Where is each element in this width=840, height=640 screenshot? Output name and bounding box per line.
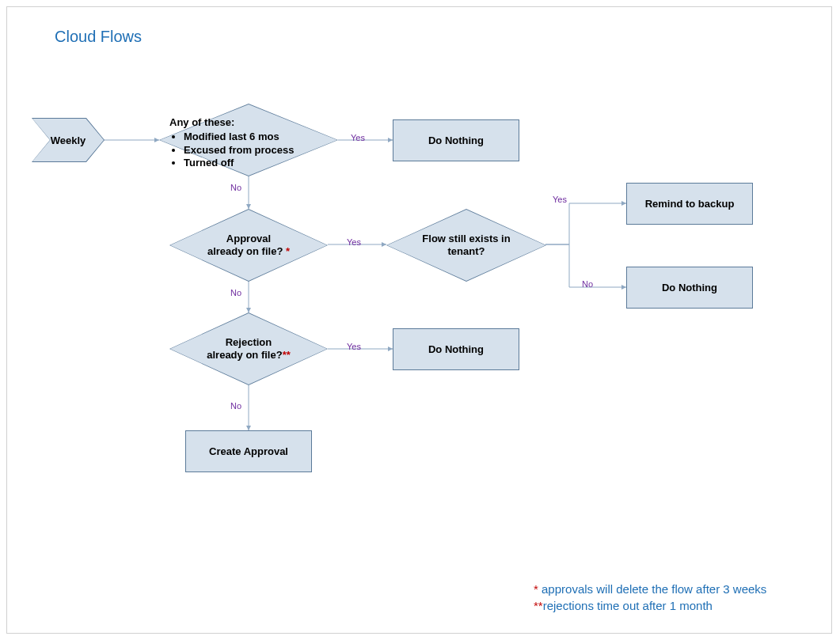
connectors: [7, 7, 840, 640]
r2-label: Remind to backup: [645, 198, 735, 210]
footnote-1: * approvals will delete the flow after 3…: [534, 582, 766, 596]
footnote-1-star: *: [534, 582, 542, 596]
diagram-title: Cloud Flows: [55, 28, 142, 46]
decision-approval-on-file: Approval already on file? *: [169, 209, 328, 282]
process-remind-backup: Remind to backup: [626, 183, 753, 225]
edge-d2-no: No: [230, 288, 241, 297]
start-label: Weekly: [51, 134, 86, 146]
edge-d1-no: No: [230, 183, 241, 192]
footnote-2: **rejections time out after 1 month: [534, 599, 713, 612]
footnote-2-text: rejections time out after 1 month: [543, 599, 713, 612]
edge-d3-yes: Yes: [553, 195, 567, 204]
r4-label: Do Nothing: [428, 343, 484, 355]
edge-d1-yes: Yes: [351, 133, 365, 142]
d1-bullet-1: Excused from process: [184, 144, 344, 157]
process-create-approval: Create Approval: [185, 430, 312, 472]
footnote-2-star: **: [534, 599, 543, 612]
start-node: Weekly: [32, 118, 105, 162]
d1-bullet-2: Turned off: [184, 157, 344, 169]
edge-d3-no: No: [582, 279, 593, 289]
decision-flow-exists: Flow still exists in tenant?: [386, 209, 546, 282]
decision-any-of-these-text: Any of these: Modified last 6 mos Excuse…: [169, 116, 344, 169]
process-do-nothing-3: Do Nothing: [393, 328, 519, 370]
edge-d2-yes: Yes: [347, 237, 361, 247]
d1-heading: Any of these:: [169, 116, 234, 128]
r3-label: Do Nothing: [662, 282, 717, 293]
d1-bullet-0: Modified last 6 mos: [184, 131, 344, 143]
diagram-frame: Cloud Flows Weekly: [6, 6, 832, 634]
footnote-1-text: approvals will delete the flow after 3 w…: [542, 582, 766, 596]
r5-label: Create Approval: [209, 445, 288, 457]
edge-d4-no: No: [230, 401, 241, 411]
process-do-nothing-1: Do Nothing: [393, 119, 519, 161]
decision-rejection-on-file: Rejection already on file?**: [169, 312, 328, 385]
r1-label: Do Nothing: [428, 134, 484, 146]
process-do-nothing-2: Do Nothing: [626, 267, 753, 309]
edge-d4-yes: Yes: [347, 342, 361, 351]
